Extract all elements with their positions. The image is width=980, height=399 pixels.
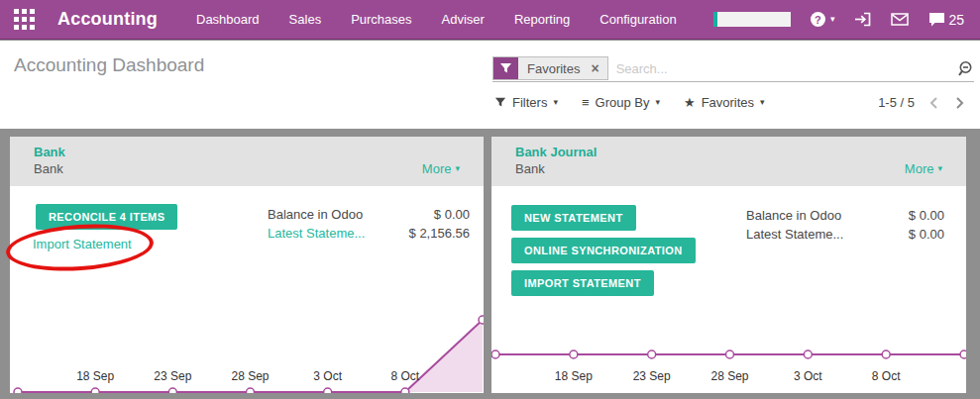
- reconcile-items-button[interactable]: RECONCILE 4 ITEMS: [36, 204, 177, 230]
- card-stats: Balance in Odoo $ 0.00 Latest Stateme...…: [746, 206, 944, 244]
- bank-balance-chart: 18 Sep 23 Sep 28 Sep 3 Oct 8 Oct: [10, 275, 484, 393]
- chevron-down-icon: ▾: [553, 98, 558, 107]
- more-label: More: [905, 161, 934, 176]
- chart-tick-label: 18 Sep: [555, 369, 593, 383]
- card-header: Bank Journal Bank More ▾: [491, 137, 966, 186]
- menu-dashboard[interactable]: Dashboard: [181, 0, 274, 40]
- chevron-down-icon: ▾: [830, 15, 835, 24]
- search-magnifier-icon[interactable]: [956, 60, 974, 77]
- help-menu[interactable]: ? ▾: [811, 12, 835, 27]
- group-by-dropdown[interactable]: ≡ Group By ▾: [582, 95, 660, 110]
- pager: 1-5 / 5: [878, 95, 964, 110]
- chart-tick-label: 3 Oct: [794, 369, 822, 383]
- user-menu-placeholder[interactable]: [713, 12, 791, 27]
- chevron-down-icon: ▾: [655, 98, 660, 107]
- pager-previous-icon[interactable]: [929, 96, 939, 110]
- top-navbar: Accounting Dashboard Sales Purchases Adv…: [0, 0, 980, 40]
- apps-grid-icon[interactable]: [14, 9, 35, 30]
- chat-bubble-icon: [928, 12, 945, 27]
- more-dropdown[interactable]: More ▾: [905, 151, 942, 186]
- chart-tick-label: 8 Oct: [872, 369, 901, 383]
- pager-range: 1-5 / 5: [878, 95, 915, 110]
- chart-tick-label: 3 Oct: [313, 369, 342, 383]
- stat-label: Balance in Odoo: [746, 206, 841, 225]
- hamburger-icon: ≡: [582, 95, 590, 110]
- bank-journal-balance-chart: 18 Sep 23 Sep 28 Sep 3 Oct 8 Oct: [491, 275, 966, 393]
- facet-label: Favorites: [518, 57, 589, 79]
- menu-reporting[interactable]: Reporting: [499, 0, 585, 40]
- favorites-label: Favorites: [702, 95, 754, 110]
- sign-in-icon[interactable]: [854, 12, 871, 27]
- chart-tick-label: 8 Oct: [390, 369, 419, 383]
- control-panel: Accounting Dashboard Favorites × F: [0, 41, 980, 129]
- online-synchronization-button[interactable]: ONLINE SYNCHRONIZATION: [511, 238, 696, 263]
- stat-row: Latest Stateme... $ 0.00: [746, 225, 944, 244]
- page-title: Accounting Dashboard: [14, 54, 204, 76]
- card-header: Bank Bank More ▾: [10, 137, 484, 186]
- stat-row: Balance in Odoo $ 0.00: [268, 205, 470, 224]
- chart-tick-label: 18 Sep: [76, 369, 114, 383]
- card-subtitle: Bank: [34, 161, 65, 176]
- messages-menu[interactable]: 25: [928, 12, 964, 28]
- search-facet-favorites: Favorites ×: [492, 56, 608, 80]
- envelope-icon[interactable]: [891, 13, 909, 26]
- pager-next-icon[interactable]: [954, 96, 964, 110]
- group-by-label: Group By: [596, 95, 650, 110]
- card-stats: Balance in Odoo $ 0.00 Latest Stateme...…: [268, 205, 470, 243]
- journal-card-bank: Bank Bank More ▾ RECONCILE 4 ITEMS Impor…: [10, 137, 484, 393]
- menu-purchases[interactable]: Purchases: [336, 0, 426, 40]
- main-menu: Dashboard Sales Purchases Adviser Report…: [181, 0, 692, 40]
- menu-configuration[interactable]: Configuration: [585, 0, 691, 40]
- stat-value: $ 0.00: [909, 225, 944, 244]
- chart-tick-label: 28 Sep: [231, 369, 269, 383]
- funnel-icon: [493, 57, 518, 79]
- stat-row: Balance in Odoo $ 0.00: [746, 206, 944, 225]
- stat-label: Balance in Odoo: [268, 205, 363, 224]
- stat-label: Latest Stateme...: [746, 225, 843, 244]
- card-title[interactable]: Bank Journal: [515, 145, 597, 159]
- messages-count: 25: [948, 12, 964, 28]
- more-dropdown[interactable]: More ▾: [422, 151, 460, 186]
- facet-remove-icon[interactable]: ×: [589, 57, 606, 79]
- stat-value: $ 0.00: [434, 205, 470, 224]
- filter-controls: Filters ▾ ≡ Group By ▾ ★ Favorites ▾: [494, 95, 765, 110]
- search-input[interactable]: [608, 61, 956, 76]
- chevron-down-icon: ▾: [937, 164, 942, 173]
- star-icon: ★: [684, 95, 696, 110]
- card-subtitle: Bank: [515, 161, 597, 176]
- stat-value: $ 0.00: [909, 206, 944, 225]
- navbar-right-group: ? ▾ 25: [713, 12, 968, 28]
- filters-label: Filters: [512, 95, 547, 110]
- latest-statement-link[interactable]: Latest Stateme...: [268, 224, 365, 243]
- app-title[interactable]: Accounting: [57, 9, 158, 30]
- more-label: More: [422, 161, 452, 176]
- menu-adviser[interactable]: Adviser: [427, 0, 499, 40]
- stat-value: $ 2,156.56: [409, 224, 470, 243]
- help-icon: ?: [811, 12, 825, 27]
- chevron-down-icon: ▾: [760, 98, 765, 107]
- chevron-down-icon: ▾: [455, 164, 460, 173]
- import-statement-link[interactable]: Import Statement: [33, 237, 132, 251]
- funnel-icon: [494, 97, 506, 108]
- chart-tick-label: 23 Sep: [633, 369, 671, 383]
- search-bar: Favorites ×: [492, 55, 974, 82]
- chart-tick-label: 28 Sep: [710, 369, 748, 383]
- favorites-dropdown[interactable]: ★ Favorites ▾: [684, 95, 765, 110]
- chart-tick-label: 23 Sep: [154, 369, 191, 383]
- menu-sales[interactable]: Sales: [274, 0, 337, 40]
- card-title[interactable]: Bank: [34, 145, 65, 159]
- stat-row: Latest Stateme... $ 2,156.56: [268, 224, 470, 243]
- journal-card-bank-journal: Bank Journal Bank More ▾ NEW STATEMENT O…: [491, 137, 966, 393]
- filters-dropdown[interactable]: Filters ▾: [494, 95, 558, 110]
- new-statement-button[interactable]: NEW STATEMENT: [511, 205, 636, 231]
